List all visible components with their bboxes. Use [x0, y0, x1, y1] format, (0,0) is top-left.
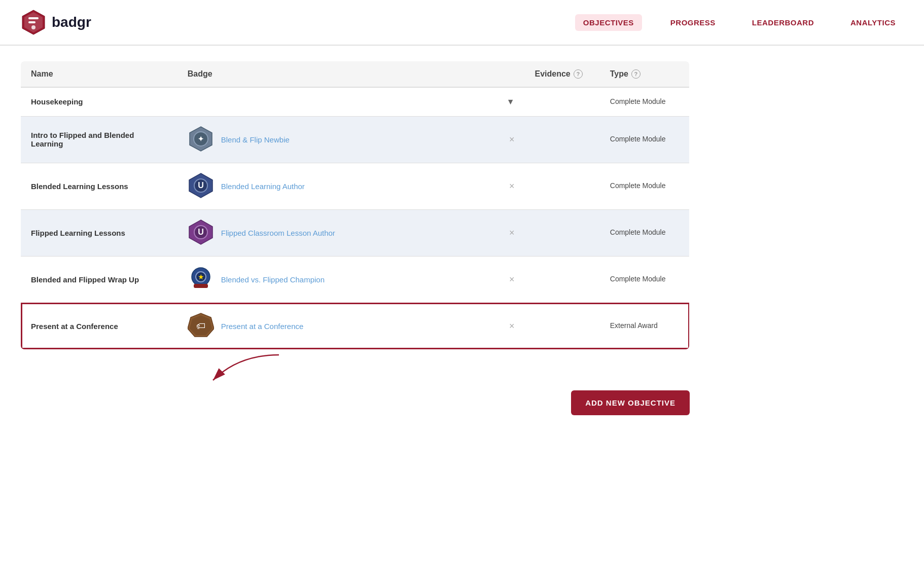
- table-body: Housekeeping▼Complete ModuleIntro to Fli…: [21, 87, 690, 349]
- row-badge-cell: ▼: [177, 87, 525, 116]
- logo-text: badgr: [52, 14, 91, 30]
- row-evidence-cell: [524, 116, 599, 163]
- dropdown-arrow-icon[interactable]: ▼: [507, 97, 515, 106]
- table-row: Blended and Flipped Wrap Up★Blended vs. …: [21, 256, 690, 303]
- table-row: Present at a Conference🏷Present at a Con…: [21, 303, 690, 349]
- row-badge-cell: UFlipped Classroom Lesson Author×: [177, 209, 525, 256]
- nav-analytics[interactable]: ANALYTICS: [842, 14, 904, 31]
- remove-badge-button[interactable]: ×: [509, 274, 515, 285]
- col-header-type: Type ?: [600, 61, 690, 88]
- svg-rect-3: [28, 21, 35, 23]
- badgr-logo-icon: [20, 9, 47, 35]
- objective-type: External Award: [610, 321, 658, 330]
- badge-cell-wrapper: ▼: [188, 97, 515, 106]
- objective-name: Housekeeping: [31, 97, 83, 106]
- badge-link[interactable]: Blended vs. Flipped Champion: [221, 275, 325, 284]
- table-row: Blended Learning LessonsUBlended Learnin…: [21, 163, 690, 209]
- objective-name: Intro to Flipped and Blended Learning: [31, 131, 134, 148]
- badge-image: 🏷: [188, 312, 214, 340]
- row-evidence-cell: [524, 87, 599, 116]
- badge-link[interactable]: Blended Learning Author: [221, 182, 305, 191]
- svg-text:★: ★: [197, 273, 204, 281]
- col-header-evidence: Evidence ?: [524, 61, 599, 88]
- type-help-icon[interactable]: ?: [631, 69, 641, 79]
- table-header: Name Badge Evidence ? Type ?: [21, 61, 690, 88]
- row-evidence-cell: [524, 256, 599, 303]
- row-badge-cell: ✦Blend & Flip Newbie×: [177, 116, 525, 163]
- col-header-badge: Badge: [177, 61, 525, 88]
- objectives-table: Name Badge Evidence ? Type ?: [20, 61, 690, 350]
- badge-image: ★: [188, 266, 214, 294]
- remove-badge-button[interactable]: ×: [509, 228, 515, 238]
- objective-name: Present at a Conference: [31, 322, 118, 331]
- objective-type: Complete Module: [610, 97, 666, 105]
- row-badge-cell: UBlended Learning Author×: [177, 163, 525, 209]
- svg-point-4: [31, 25, 35, 29]
- row-badge-cell: 🏷Present at a Conference×: [177, 303, 525, 349]
- nav-leaderboard[interactable]: LEADERBOARD: [744, 14, 822, 31]
- badge-cell-wrapper: ★Blended vs. Flipped Champion×: [188, 266, 515, 294]
- objective-type: Complete Module: [610, 181, 666, 190]
- header: badgr OBJECTIVES PROGRESS LEADERBOARD AN…: [0, 0, 924, 46]
- annotation-arrow: [198, 350, 289, 385]
- row-badge-cell: ★Blended vs. Flipped Champion×: [177, 256, 525, 303]
- objective-name: Blended Learning Lessons: [31, 182, 128, 191]
- evidence-help-icon[interactable]: ?: [574, 69, 583, 79]
- row-type-cell: External Award: [600, 303, 690, 349]
- add-button-area: ADD NEW OBJECTIVE: [20, 390, 690, 415]
- nav-objectives[interactable]: OBJECTIVES: [575, 14, 642, 31]
- table-row: Housekeeping▼Complete Module: [21, 87, 690, 116]
- row-evidence-cell: [524, 209, 599, 256]
- annotation-area: [20, 350, 690, 380]
- row-name-cell: Blended and Flipped Wrap Up: [21, 256, 177, 303]
- remove-badge-button[interactable]: ×: [509, 321, 515, 332]
- badge-link[interactable]: Flipped Classroom Lesson Author: [221, 229, 335, 237]
- svg-rect-15: [194, 284, 208, 288]
- remove-badge-button[interactable]: ×: [509, 181, 515, 192]
- row-type-cell: Complete Module: [600, 209, 690, 256]
- row-evidence-cell: [524, 303, 599, 349]
- table-row: Flipped Learning LessonsUFlipped Classro…: [21, 209, 690, 256]
- objective-name: Flipped Learning Lessons: [31, 229, 125, 237]
- col-header-name: Name: [21, 61, 177, 88]
- nav-progress[interactable]: PROGRESS: [662, 14, 724, 31]
- badge-link[interactable]: Present at a Conference: [221, 322, 304, 331]
- objective-type: Complete Module: [610, 275, 666, 283]
- objective-type: Complete Module: [610, 228, 666, 236]
- badge-image: U: [188, 219, 214, 247]
- row-type-cell: Complete Module: [600, 116, 690, 163]
- row-type-cell: Complete Module: [600, 256, 690, 303]
- badge-cell-wrapper: 🏷Present at a Conference×: [188, 312, 515, 340]
- row-evidence-cell: [524, 163, 599, 209]
- row-name-cell: Blended Learning Lessons: [21, 163, 177, 209]
- logo-area: badgr: [20, 9, 575, 35]
- svg-text:✦: ✦: [198, 135, 204, 143]
- row-type-cell: Complete Module: [600, 163, 690, 209]
- objective-name: Blended and Flipped Wrap Up: [31, 275, 139, 284]
- table-row: Intro to Flipped and Blended Learning✦Bl…: [21, 116, 690, 163]
- badge-image: ✦: [188, 126, 214, 154]
- svg-text:U: U: [198, 228, 204, 236]
- add-new-objective-button[interactable]: ADD NEW OBJECTIVE: [571, 390, 690, 415]
- row-type-cell: Complete Module: [600, 87, 690, 116]
- row-name-cell: Housekeeping: [21, 87, 177, 116]
- row-name-cell: Present at a Conference: [21, 303, 177, 349]
- svg-rect-2: [28, 17, 39, 19]
- row-name-cell: Intro to Flipped and Blended Learning: [21, 116, 177, 163]
- objective-type: Complete Module: [610, 135, 666, 143]
- badge-link[interactable]: Blend & Flip Newbie: [221, 135, 290, 144]
- row-name-cell: Flipped Learning Lessons: [21, 209, 177, 256]
- main-content: Name Badge Evidence ? Type ?: [0, 46, 710, 430]
- svg-text:🏷: 🏷: [196, 321, 205, 331]
- badge-cell-wrapper: UFlipped Classroom Lesson Author×: [188, 219, 515, 247]
- badge-cell-wrapper: UBlended Learning Author×: [188, 172, 515, 200]
- badge-cell-wrapper: ✦Blend & Flip Newbie×: [188, 126, 515, 154]
- remove-badge-button[interactable]: ×: [509, 134, 515, 145]
- svg-text:U: U: [198, 181, 204, 190]
- main-nav: OBJECTIVES PROGRESS LEADERBOARD ANALYTIC…: [575, 14, 904, 31]
- badge-image: U: [188, 172, 214, 200]
